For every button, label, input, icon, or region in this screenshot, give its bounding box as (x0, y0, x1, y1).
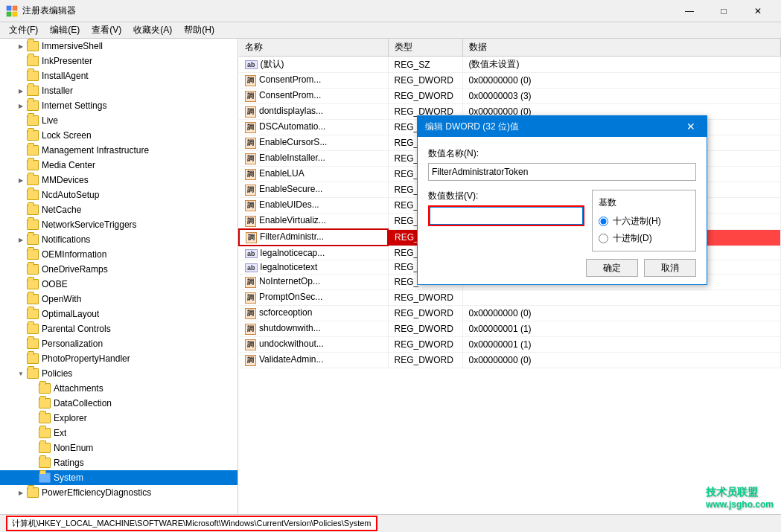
tree-arrow (27, 472, 39, 484)
folder-icon (27, 175, 39, 185)
folder-icon (39, 398, 51, 408)
menu-edit[interactable]: 编辑(E) (44, 22, 86, 38)
radio-group: 十六进制(H) 十进制(D) (599, 215, 689, 245)
tree-item-immersiveshell[interactable]: ImmersiveShell (0, 39, 238, 54)
table-row[interactable]: 調ConsentProm... REG_DWORD 0x00000000 (0) (239, 73, 781, 89)
tree-item-mmdevices[interactable]: MMDevices (0, 173, 238, 188)
tree-arrow (15, 263, 27, 275)
tree-item-powerefficiency[interactable]: PowerEfficiencyDiagnostics (0, 485, 238, 500)
table-row[interactable]: 調ValidateAdmin... REG_DWORD 0x00000000 (… (239, 353, 781, 368)
table-row[interactable]: 調undockwithout... REG_DWORD 0x00000001 (… (239, 337, 781, 353)
tree-arrow (15, 278, 27, 290)
tree-arrow (27, 412, 39, 424)
menu-view[interactable]: 查看(V) (86, 22, 127, 38)
folder-icon (39, 472, 51, 483)
table-row[interactable]: 調ConsentProm... REG_DWORD 0x00000003 (3) (239, 89, 781, 104)
folder-icon (27, 324, 39, 334)
tree-arrow (27, 427, 39, 439)
menu-favorites[interactable]: 收藏夹(A) (127, 22, 178, 38)
menu-bar: 文件(F) 编辑(E) 查看(V) 收藏夹(A) 帮助(H) (0, 22, 781, 39)
menu-help[interactable]: 帮助(H) (178, 22, 220, 38)
tree-item-onedriveramps[interactable]: OneDriveRamps (0, 262, 238, 277)
tree-arrow (15, 487, 27, 499)
watermark-line1: 技术员联盟 (706, 486, 774, 499)
radio-hex-input[interactable] (599, 217, 608, 226)
dialog-value-wrapper (428, 205, 584, 226)
folder-icon (27, 339, 39, 349)
tree-item-ncdautosetup[interactable]: NcdAutoSetup (0, 188, 238, 202)
tree-item-openwith[interactable]: OpenWith (0, 292, 238, 307)
svg-rect-2 (7, 12, 11, 16)
tree-item-netcache[interactable]: NetCache (0, 202, 238, 217)
tree-item-internetsettings[interactable]: Internet Settings (0, 98, 238, 113)
table-row[interactable]: ab(默认) REG_SZ (数值未设置) (239, 57, 781, 73)
tree-item-parentalcontrols[interactable]: Parental Controls (0, 321, 238, 336)
window-controls: — □ ✕ (672, 0, 775, 22)
table-row[interactable]: 調PromptOnSec... REG_DWORD (239, 290, 781, 306)
tree-item-mgmtinfra[interactable]: Management Infrastructure (0, 143, 238, 158)
dialog-title-bar: 编辑 DWORD (32 位)值 ✕ (418, 116, 707, 137)
menu-file[interactable]: 文件(F) (3, 22, 44, 38)
tree-item-inkpresenter[interactable]: InkPresenter (0, 54, 238, 68)
dialog-cancel-button[interactable]: 取消 (644, 259, 696, 277)
edit-dword-dialog: 编辑 DWORD (32 位)值 ✕ 数值名称(N): 数值数据(V): 基数 (417, 115, 707, 285)
folder-icon (39, 428, 51, 438)
folder-icon (27, 100, 39, 111)
dialog-data-input[interactable] (430, 207, 583, 225)
tree-panel[interactable]: ImmersiveShell InkPresenter InstallAgent… (0, 39, 238, 514)
dialog-ok-button[interactable]: 确定 (586, 259, 638, 277)
table-row[interactable]: 調shutdownwith... REG_DWORD 0x00000001 (1… (239, 321, 781, 337)
folder-icon (27, 145, 39, 156)
tree-arrow (15, 55, 27, 67)
dialog-name-input[interactable] (428, 163, 696, 181)
tree-item-installagent[interactable]: InstallAgent (0, 68, 238, 83)
dialog-data-label: 数值数据(V): (428, 190, 584, 202)
radio-dec-label[interactable]: 十进制(D) (599, 232, 689, 245)
tree-item-attachments[interactable]: Attachments (0, 381, 238, 396)
folder-icon (27, 160, 39, 170)
tree-item-personalization[interactable]: Personalization (0, 336, 238, 351)
radio-dec-input[interactable] (599, 234, 608, 243)
maximize-button[interactable]: □ (707, 0, 741, 22)
tree-item-lockscreen[interactable]: Lock Screen (0, 128, 238, 143)
tree-item-networkservicetriggers[interactable]: NetworkServiceTriggers (0, 217, 238, 232)
watermark-line2: www.jsgho.com (706, 499, 774, 510)
folder-icon (39, 383, 51, 394)
tree-item-ext[interactable]: Ext (0, 426, 238, 440)
folder-icon (27, 264, 39, 275)
tree-item-policies[interactable]: Policies (0, 366, 238, 381)
tree-arrow (15, 204, 27, 216)
tree-item-photopropertyhandler[interactable]: PhotoPropertyHandler (0, 351, 238, 366)
folder-icon (27, 190, 39, 200)
tree-arrow (15, 308, 27, 320)
dialog-body: 数值名称(N): 数值数据(V): 基数 十六进制(H) (418, 137, 707, 284)
tree-arrow (15, 100, 27, 112)
tree-item-explorer[interactable]: Explorer (0, 411, 238, 426)
tree-item-oeminformation[interactable]: OEMInformation (0, 247, 238, 262)
dialog-close-button[interactable]: ✕ (683, 118, 699, 135)
minimize-button[interactable]: — (672, 0, 707, 22)
tree-item-notifications[interactable]: Notifications (0, 232, 238, 247)
tree-item-oobe[interactable]: OOBE (0, 277, 238, 292)
tree-item-datacollection[interactable]: DataCollection (0, 396, 238, 411)
folder-icon (39, 413, 51, 423)
radio-hex-label[interactable]: 十六进制(H) (599, 215, 689, 228)
tree-item-live[interactable]: Live (0, 113, 238, 128)
tree-item-system[interactable]: System (0, 470, 238, 485)
tree-arrow (15, 115, 27, 126)
tree-item-nonenum[interactable]: NonEnum (0, 440, 238, 455)
tree-item-optimallayout[interactable]: OptimalLayout (0, 307, 238, 321)
close-button[interactable]: ✕ (741, 0, 775, 22)
folder-icon (39, 443, 51, 453)
folder-icon (27, 205, 39, 215)
tree-arrow (15, 189, 27, 201)
svg-rect-0 (7, 6, 11, 10)
tree-arrow (15, 338, 27, 350)
tree-arrow (15, 219, 27, 231)
tree-arrow (27, 397, 39, 409)
status-path: 计算机\HKEY_LOCAL_MACHINE\SOFTWARE\Microsof… (6, 516, 377, 531)
tree-item-ratings[interactable]: Ratings (0, 455, 238, 470)
tree-item-installer[interactable]: Installer (0, 83, 238, 98)
tree-item-mediacenter[interactable]: Media Center (0, 158, 238, 173)
table-row[interactable]: 調scforceoption REG_DWORD 0x00000000 (0) (239, 306, 781, 321)
